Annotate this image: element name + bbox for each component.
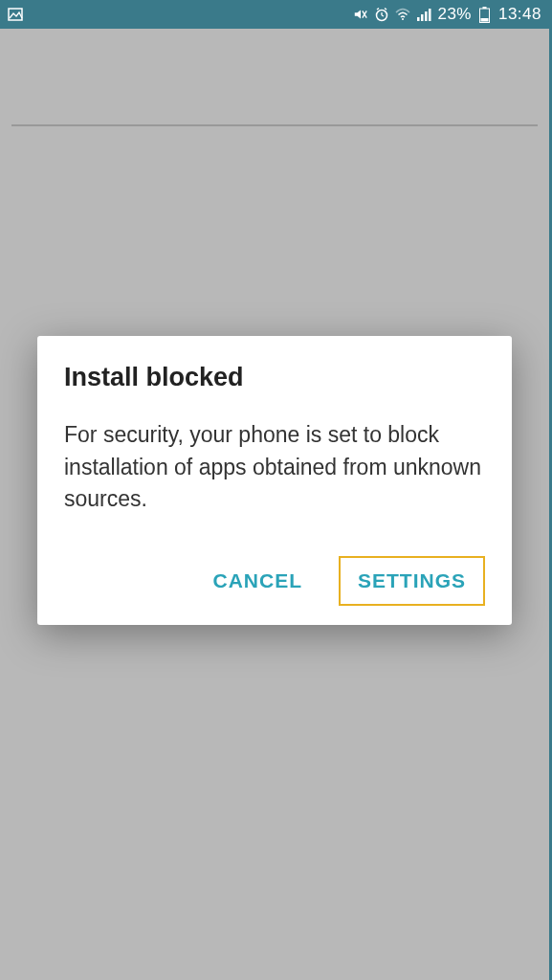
install-blocked-dialog: Install blocked For security, your phone… [37,336,512,624]
cancel-button[interactable]: CANCEL [193,556,321,606]
dialog-backdrop: Install blocked For security, your phone… [0,0,549,980]
settings-button[interactable]: SETTINGS [339,556,485,606]
dialog-title: Install blocked [64,363,485,392]
dialog-actions: CANCEL SETTINGS [64,556,485,606]
dialog-message: For security, your phone is set to block… [64,419,485,515]
